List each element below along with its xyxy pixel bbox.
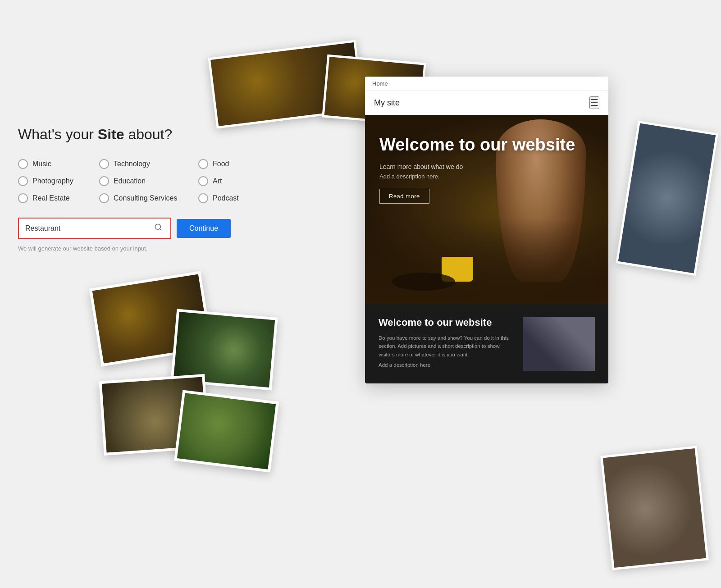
category-art-label: Art [213, 177, 222, 185]
hamburger-button[interactable]: ☰ [589, 96, 599, 109]
category-technology-label: Technology [114, 160, 150, 168]
radio-photography[interactable] [18, 176, 28, 186]
preview-bottom-subdescription: Add a description here. [379, 362, 512, 368]
restaurant-floor-sim [523, 349, 595, 371]
preview-site-title: My site [374, 98, 400, 108]
radio-real-estate[interactable] [18, 193, 28, 203]
hero-subtitle: Learn more about what we do [379, 163, 594, 170]
hero-plate [392, 273, 455, 291]
search-row: Restaurant Continue [18, 218, 270, 239]
hero-table-overlay [365, 219, 608, 304]
category-education[interactable]: Education [99, 176, 198, 186]
category-education-label: Education [114, 177, 146, 185]
category-consulting-label: Consulting Services [114, 194, 177, 202]
category-art[interactable]: Art [198, 176, 279, 186]
category-real-estate[interactable]: Real Estate [18, 193, 99, 203]
bg-photo-right-2-inner [603, 448, 706, 568]
preview-bottom-image-inner [523, 317, 595, 371]
hero-title: Welcome to our website [379, 135, 594, 155]
radio-music[interactable] [18, 159, 28, 169]
category-music-label: Music [32, 160, 51, 168]
search-input[interactable]: Restaurant [25, 224, 152, 232]
category-food-label: Food [213, 160, 229, 168]
left-panel: What's your Site about? Music Technology… [18, 126, 270, 252]
search-box[interactable]: Restaurant [18, 218, 171, 239]
category-podcast-label: Podcast [213, 194, 239, 202]
category-podcast[interactable]: Podcast [198, 193, 279, 203]
radio-food[interactable] [198, 159, 208, 169]
preview-card: Home My site ☰ Welcome to our website Le… [365, 77, 608, 383]
category-food[interactable]: Food [198, 159, 279, 169]
svg-line-1 [160, 228, 161, 230]
radio-technology[interactable] [99, 159, 109, 169]
food-photo-4-inner [177, 393, 276, 469]
radio-education[interactable] [99, 176, 109, 186]
continue-button[interactable]: Continue [177, 219, 231, 238]
headline-before: What's your [18, 126, 98, 142]
restaurant-table-sim [530, 328, 552, 355]
bg-photo-right-1-inner [618, 123, 716, 273]
search-icon-button[interactable] [152, 223, 164, 233]
hero-read-more-button[interactable]: Read more [379, 189, 429, 204]
categories-grid: Music Technology Food Photography Educat… [18, 159, 270, 203]
hero-description: Add a description here. [379, 173, 594, 180]
preview-bottom-image [523, 317, 595, 371]
category-consulting[interactable]: Consulting Services [99, 193, 198, 203]
radio-podcast[interactable] [198, 193, 208, 203]
bg-photo-right-1 [616, 121, 718, 276]
radio-consulting[interactable] [99, 193, 109, 203]
headline-bold: Site [98, 126, 124, 142]
category-photography[interactable]: Photography [18, 176, 99, 186]
headline-after: about? [124, 126, 173, 142]
browser-tab-label: Home [372, 80, 388, 87]
page-headline: What's your Site about? [18, 126, 270, 143]
preview-bottom-text: Welcome to our website Do you have more … [379, 317, 512, 368]
helper-text: We will generate our website based on yo… [18, 245, 270, 252]
preview-bottom-title: Welcome to our website [379, 317, 512, 328]
category-photography-label: Photography [32, 177, 73, 185]
category-real-estate-label: Real Estate [32, 194, 70, 202]
preview-bottom-description: Do you have more to say and show? You ca… [379, 334, 512, 359]
food-photos-scattered [90, 279, 284, 473]
bg-photo-right-2 [600, 446, 708, 570]
preview-bottom-section: Welcome to our website Do you have more … [365, 304, 608, 383]
radio-art[interactable] [198, 176, 208, 186]
food-photo-4 [174, 390, 279, 472]
preview-browser-bar: Home [365, 77, 608, 91]
preview-hero: Welcome to our website Learn more about … [365, 115, 608, 304]
hero-content: Welcome to our website Learn more about … [365, 115, 608, 224]
category-music[interactable]: Music [18, 159, 99, 169]
preview-nav: My site ☰ [365, 91, 608, 115]
category-technology[interactable]: Technology [99, 159, 198, 169]
